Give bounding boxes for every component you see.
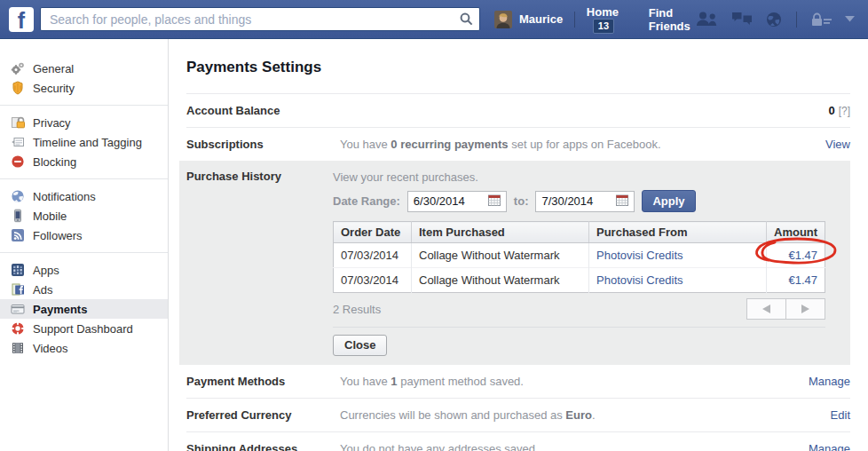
sidebar-group: Notifications Mobile Followers [0,178,168,252]
cell-order-date: 07/03/2014 [334,243,412,268]
lock-icon [11,115,25,130]
privacy-shortcuts-icon[interactable] [811,12,832,27]
find-friends-link[interactable]: Find Friends [649,6,696,33]
main-content: Payments Settings Account Balance 0[?] S… [169,39,868,451]
sidebar-item-label: Blocking [33,155,76,169]
col-item-purchased: Item Purchased [412,222,589,243]
messages-icon[interactable] [731,12,753,27]
topbar-divider [574,12,575,28]
jewel-icons [696,12,855,28]
sidebar-item-security[interactable]: Security [0,78,168,98]
top-navigation-bar: f Maurice Home13 Find Friends [0,0,868,39]
next-page-button[interactable] [785,298,825,320]
results-row: 2 Results [333,298,825,320]
sidebar-item-mobile[interactable]: Mobile [0,206,168,226]
account-menu-caret-icon[interactable] [845,16,855,22]
topbar-right: Maurice Home13 Find Friends [494,5,855,34]
cell-item: Collage Without Watermark [412,268,589,293]
sidebar-item-general[interactable]: General [0,59,168,78]
friend-requests-icon[interactable] [696,12,718,27]
subscriptions-view-link[interactable]: View [825,138,850,151]
prev-page-button[interactable] [746,298,786,320]
preferred-currency-edit-link[interactable]: Edit [831,408,850,422]
account-balance-value: 0 [828,104,834,117]
close-button[interactable]: Close [333,335,387,356]
mobile-icon [11,209,25,223]
date-to-label: to: [514,194,529,208]
notification-count-badge: 13 [593,19,614,34]
amount-link[interactable]: €1.47 [788,249,817,262]
sidebar-item-label: Mobile [33,210,67,223]
calendar-icon[interactable] [616,194,628,209]
sidebar-item-label: Timeline and Tagging [33,136,142,149]
purchase-table-wrap: Order Date Item Purchased Purchased From… [333,221,825,293]
sidebar-item-label: Notifications [33,190,96,203]
page-title: Payments Settings [186,39,850,94]
sidebar-item-apps[interactable]: Apps [0,260,168,280]
preferred-currency-text: Currencies will be shown and purchased a… [340,408,813,422]
topbar-divider [796,12,797,28]
cell-item: Collage Without Watermark [412,243,589,268]
sidebar-item-blocking[interactable]: Blocking [0,152,168,171]
shipping-addresses-manage-link[interactable]: Manage [809,442,850,451]
sidebar-item-label: Support Dashboard [33,322,133,336]
subscriptions-text: You have 0 recurring payments set up for… [340,138,808,151]
account-balance-help-link[interactable]: [?] [839,105,850,117]
sidebar-item-support-dashboard[interactable]: Support Dashboard [0,319,168,338]
preferred-currency-label: Preferred Currency [186,408,340,422]
sidebar-item-videos[interactable]: Videos [0,338,168,358]
payments-icon [11,302,25,316]
sidebar-item-label: Followers [33,229,83,242]
sidebar-item-label: Payments [33,303,87,316]
purchased-from-link[interactable]: Photovisi Credits [596,273,683,287]
globe-icon [11,189,25,203]
date-range-form: Date Range: 6/30/2014 to: 7/30/2014 [333,190,825,212]
profile-link[interactable]: Maurice [494,11,563,28]
date-from-input[interactable]: 6/30/2014 [407,191,507,212]
apply-button[interactable]: Apply [642,190,695,212]
shipping-addresses-label: Shipping Addresses [186,442,340,451]
blocking-icon [11,154,25,169]
home-link[interactable]: Home13 [587,5,627,34]
table-header-row: Order Date Item Purchased Purchased From… [334,222,825,243]
sidebar-item-payments[interactable]: Payments [0,299,168,319]
col-purchased-from: Purchased From [589,222,767,243]
user-name: Maurice [519,12,563,26]
prev-page-icon [762,305,770,313]
col-amount: Amount [767,222,825,243]
facebook-logo[interactable]: f [9,7,34,32]
amount-link[interactable]: €1.47 [788,273,817,287]
date-to-input[interactable]: 7/30/2014 [535,191,635,212]
apps-icon [11,263,25,277]
notifications-jewel-icon[interactable] [766,12,782,28]
shield-icon [11,81,25,95]
payment-methods-manage-link[interactable]: Manage [809,375,850,388]
calendar-icon[interactable] [488,194,501,209]
pagination [746,298,825,320]
ads-icon [11,282,25,297]
cell-order-date: 07/03/2014 [334,268,412,293]
shipping-addresses-text: You do not have any addresses saved. [340,442,791,451]
search-input[interactable] [40,7,480,31]
table-row: 07/03/2014 Collage Without Watermark Pho… [334,243,825,268]
sidebar-item-label: Security [33,82,75,95]
timeline-icon [11,135,25,149]
search-icon[interactable] [460,12,473,29]
purchase-history-label: Purchase History [186,170,333,183]
sidebar-item-followers[interactable]: Followers [0,226,168,245]
sidebar-item-privacy[interactable]: Privacy [0,113,168,132]
purchased-from-link[interactable]: Photovisi Credits [596,249,683,262]
sidebar-item-label: Apps [33,264,59,277]
followers-icon [11,228,25,242]
payment-methods-text: You have 1 payment method saved. [340,375,791,388]
sidebar-item-notifications[interactable]: Notifications [0,186,168,206]
sidebar-item-ads[interactable]: Ads [0,280,168,299]
next-page-icon [801,305,809,313]
results-count: 2 Results [333,303,381,316]
settings-sidebar: General Security Privacy Timeline and [0,39,169,451]
gears-icon [11,61,25,75]
payment-methods-label: Payment Methods [186,375,340,388]
sidebar-item-timeline-and-tagging[interactable]: Timeline and Tagging [0,132,168,152]
lifebuoy-icon [11,321,25,336]
avatar [494,11,512,28]
